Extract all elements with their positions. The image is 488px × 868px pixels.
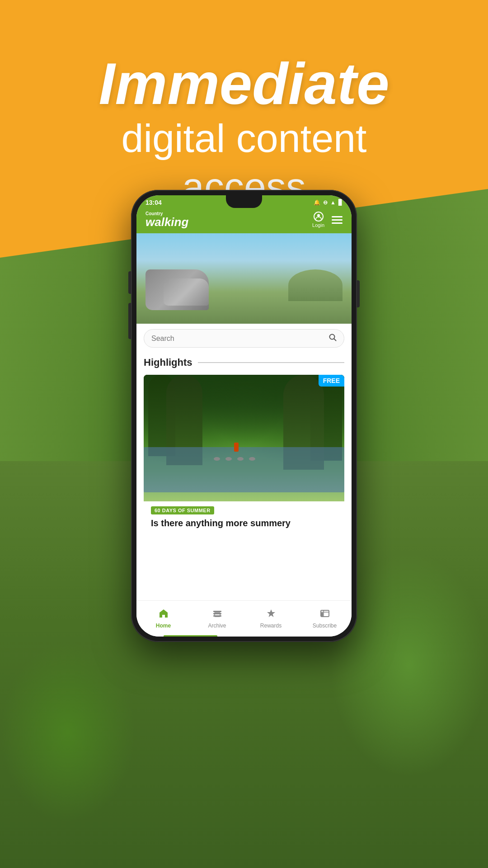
login-button[interactable]: Login <box>312 212 324 228</box>
nav-subscribe-label: Subscribe <box>313 623 337 629</box>
login-label: Login <box>312 222 324 228</box>
hero-line1: Immediate <box>0 54 488 113</box>
nav-rewards-label: Rewards <box>260 623 282 629</box>
nav-archive-label: Archive <box>208 623 226 629</box>
app-header: Country walking Login <box>136 208 352 233</box>
nav-item-archive[interactable]: Archive <box>190 605 244 632</box>
phone-vol-up-button <box>128 271 131 294</box>
hero-text-block: Immediate digital content access <box>0 54 488 209</box>
phone-frame: 13:04 🔔 ⊖ ▲ ▊ Country walking <box>131 190 357 642</box>
nav-item-rewards[interactable]: Rewards <box>244 605 298 632</box>
user-icon <box>314 212 324 222</box>
free-badge: FREE <box>319 375 344 387</box>
search-icon <box>328 333 337 344</box>
menu-line3 <box>332 222 343 224</box>
card-water <box>144 447 344 492</box>
highlights-title: Highlights <box>144 357 192 368</box>
search-input[interactable] <box>151 335 324 343</box>
content-card[interactable]: FREE 60 DAYS OF SUMMER Is there anything… <box>144 375 344 529</box>
logo-walking-text: walking <box>145 216 188 228</box>
card-image: FREE <box>144 375 344 501</box>
card-tag: 60 DAYS OF SUMMER <box>151 506 214 514</box>
highlights-section: Highlights <box>136 353 352 371</box>
card-title: Is there anything more summery <box>151 517 337 529</box>
hero-line2: digital content <box>0 117 488 160</box>
svg-marker-7 <box>267 609 275 617</box>
phone-vol-down-button <box>128 303 131 339</box>
highlights-header: Highlights <box>144 357 344 368</box>
wifi-icon: ▲ <box>330 199 336 206</box>
circle-icon: ⊖ <box>323 199 328 206</box>
svg-rect-9 <box>321 613 323 616</box>
stepping-stones <box>214 457 255 461</box>
phone-mockup: 13:04 🔔 ⊖ ▲ ▊ Country walking <box>131 190 357 642</box>
menu-line2 <box>332 219 343 221</box>
svg-rect-3 <box>213 611 221 612</box>
nav-item-home[interactable]: Home <box>136 605 190 632</box>
phone-screen: 13:04 🔔 ⊖ ▲ ▊ Country walking <box>136 195 352 637</box>
bottom-nav: Home Archive <box>136 600 352 637</box>
hero-rocks2 <box>164 278 209 306</box>
phone-notch <box>226 195 262 208</box>
menu-line1 <box>332 216 343 217</box>
battery-icon: ▊ <box>338 199 343 206</box>
status-time: 13:04 <box>145 199 162 206</box>
svg-line-2 <box>334 339 336 341</box>
notification-off-icon: 🔔 <box>314 199 320 206</box>
hero-distant-hill <box>288 269 343 301</box>
nav-home-label: Home <box>156 623 171 629</box>
archive-icon <box>212 609 222 621</box>
nav-item-subscribe[interactable]: Subscribe <box>298 605 352 632</box>
home-icon <box>159 609 169 621</box>
highlights-divider <box>198 362 344 363</box>
menu-icon[interactable] <box>332 216 343 224</box>
hero-image <box>136 233 352 324</box>
app-logo: Country walking <box>145 212 188 228</box>
header-right: Login <box>312 212 343 228</box>
phone-power-button <box>357 280 360 307</box>
svg-point-0 <box>317 214 320 217</box>
status-icons: 🔔 ⊖ ▲ ▊ <box>314 199 343 206</box>
card-footer: 60 DAYS OF SUMMER Is there anything more… <box>144 501 344 529</box>
rewards-icon <box>266 609 276 621</box>
grass-left <box>0 642 136 823</box>
search-bar[interactable] <box>144 329 344 348</box>
nav-active-indicator <box>164 635 217 637</box>
card-person <box>234 443 239 452</box>
search-bar-wrapper <box>136 324 352 353</box>
subscribe-icon <box>320 609 330 621</box>
